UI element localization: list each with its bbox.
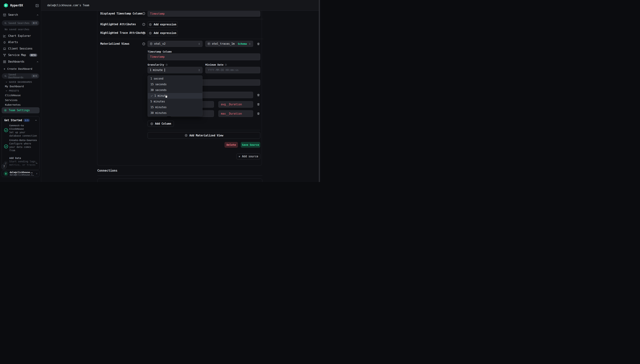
user-menu[interactable]: D dale@clickhouse.… dale@clickhouse.c… › (2, 170, 40, 177)
database-icon (150, 42, 153, 45)
saved-searches-input[interactable]: Saved Searches ⌘ K (2, 20, 39, 26)
sidebar-item-service-map[interactable]: Service Map BETA (3, 53, 37, 57)
schema-link[interactable]: Schema (238, 42, 247, 45)
granularity-option[interactable]: 15 seconds (148, 82, 202, 87)
presets-section-header[interactable]: PRESETS (5, 90, 19, 92)
bell-icon (3, 40, 6, 44)
granularity-option-selected[interactable]: 1 minute (148, 93, 202, 99)
mouse-cursor (164, 94, 169, 98)
materialized-view-select[interactable]: otel_v2 (148, 41, 203, 47)
save-source-button[interactable]: Save Source (241, 142, 260, 148)
get-started-header[interactable]: Get Started 2/3 (4, 119, 30, 122)
sidebar-item-label: Client Sessions (8, 47, 32, 50)
granularity-option[interactable]: 15 minutes (148, 104, 202, 110)
column-expression-input[interactable]: max__Duration (218, 110, 253, 117)
sidebar-item-preset-services[interactable]: Services (5, 98, 18, 102)
user-email: dale@clickhouse.c… (10, 174, 34, 176)
sidebar-item-chart-explorer[interactable]: Chart Explorer (3, 34, 31, 38)
beta-badge: BETA (29, 54, 37, 57)
sidebar-item-preset-clickhouse[interactable]: ClickHouse (5, 93, 21, 97)
granularity-option[interactable]: 5 minutes (148, 99, 202, 104)
add-column-button[interactable]: Add Column (148, 121, 174, 127)
svg-text:?: ? (143, 24, 144, 26)
scrollbar[interactable] (319, 0, 320, 182)
delete-column-button[interactable] (255, 92, 261, 98)
materialized-table-value: otel_traces_1m (212, 42, 235, 46)
sidebar-item-client-sessions[interactable]: Client Sessions (3, 46, 32, 51)
delete-column-button[interactable] (255, 101, 261, 107)
help-button[interactable]: ? (2, 164, 7, 169)
help-circle-icon[interactable]: ? (142, 12, 145, 15)
plus-icon: + (4, 67, 5, 70)
help-circle-icon[interactable]: ? (142, 23, 145, 26)
add-source-button[interactable]: + Add source (236, 154, 260, 160)
displayed-timestamp-input[interactable]: Timestamp (148, 11, 260, 17)
step-title: Connect to ClickHouse (9, 124, 38, 131)
delete-column-button[interactable] (255, 110, 261, 116)
step-title: Create Data Sources (9, 138, 38, 142)
materialized-table-select[interactable]: otel_traces_1m Schema (205, 41, 253, 47)
sidebar-item-my-dashboard[interactable]: My Dashboard (5, 84, 24, 88)
saved-dashboards-input[interactable]: Saved Dashboards ⌘ K (2, 73, 39, 79)
help-circle-icon[interactable]: ? (166, 64, 168, 66)
chevron-up-down-icon (198, 42, 201, 46)
granularity-option[interactable]: 30 seconds (148, 87, 202, 93)
granularity-option[interactable]: 30 minutes (148, 110, 202, 116)
gear-icon (4, 109, 7, 112)
get-started-step[interactable]: Create Data Sources Configure where your… (9, 138, 38, 152)
sidebar-item-label: Alerts (8, 40, 18, 44)
help-circle-icon[interactable]: ? (225, 64, 227, 66)
main-content: Displayed Timestamp Column ? Timestamp H… (41, 11, 319, 182)
granularity-value: 1 minute (150, 68, 163, 72)
add-expression-button[interactable]: Add expression (148, 22, 178, 28)
team-title: dale@clickhouse.com's Team (47, 0, 89, 11)
saved-searches-placeholder: Saved Searches (9, 22, 30, 24)
sidebar-collapse-button[interactable] (35, 4, 39, 8)
svg-text:?: ? (143, 32, 144, 34)
create-dashboard-button[interactable]: + Create Dashboard (4, 67, 32, 71)
chevron-down-icon (5, 90, 8, 92)
sidebar-item-search[interactable]: Search (3, 13, 18, 17)
sidebar-item-preset-kubernetes[interactable]: Kubernetes (5, 103, 21, 107)
get-started-step[interactable]: Connect to ClickHouse Set up your databa… (9, 124, 38, 138)
step-title: Add Data (9, 156, 38, 160)
service-map-icon (3, 54, 6, 57)
help-circle-icon[interactable]: ? (142, 42, 145, 46)
user-name: dale@clickhouse.… (10, 171, 34, 174)
add-expression-button[interactable]: Add expression (148, 30, 178, 36)
brand: HyperDX (4, 3, 23, 8)
laptop-icon (3, 47, 6, 50)
granularity-option[interactable]: 1 second (148, 76, 202, 82)
delete-source-button[interactable]: Delete (225, 142, 238, 148)
chevron-up-icon[interactable] (36, 14, 39, 16)
get-started-card: Get Started 2/3 Connect to ClickHouse Se… (2, 116, 40, 170)
highlighted-attributes-label: Highlighted Attributes (100, 21, 136, 27)
saved-dashboards-section-header[interactable]: SAVED DASHBOARDS (5, 81, 32, 83)
shortcut-badge: ⌘ K (32, 74, 38, 78)
granularity-select[interactable]: 1 minute (148, 67, 203, 73)
sidebar-item-dashboards[interactable]: Dashboards (3, 60, 24, 64)
delete-materialized-view-button[interactable] (255, 41, 261, 47)
displayed-timestamp-label: Displayed Timestamp Column (100, 11, 142, 16)
minimum-date-input[interactable]: YYYY-MM-DD HH:mm:ss (205, 67, 260, 73)
chevron-right-icon: › (36, 172, 38, 175)
chevron-up-icon[interactable] (36, 60, 39, 63)
column-expression-input[interactable]: avg__Duration (218, 101, 253, 108)
avatar: D (4, 171, 8, 176)
step-done-check-icon (4, 144, 9, 149)
sidebar-item-label: Search (8, 13, 18, 16)
hyperdx-logo-icon (4, 3, 8, 8)
granularity-label: Granularity ? (148, 63, 168, 66)
add-materialized-view-button[interactable]: Add Materialized View (148, 132, 260, 139)
top-header: dale@clickhouse.com's Team (41, 0, 320, 11)
timestamp-column-input[interactable]: Timestamp (148, 54, 260, 60)
no-saved-searches-note: No saved searches (5, 28, 29, 31)
svg-text:?: ? (143, 43, 144, 45)
step-done-check-icon (4, 128, 9, 132)
timestamp-column-label: Timestamp Column (148, 50, 172, 53)
help-circle-icon[interactable]: ? (142, 31, 145, 35)
sidebar-item-team-settings[interactable]: Team Settings (2, 107, 40, 113)
materialized-views-label: Materialized Views (100, 41, 130, 47)
chevron-up-icon[interactable] (35, 119, 37, 122)
sidebar-item-alerts[interactable]: Alerts (3, 40, 18, 44)
